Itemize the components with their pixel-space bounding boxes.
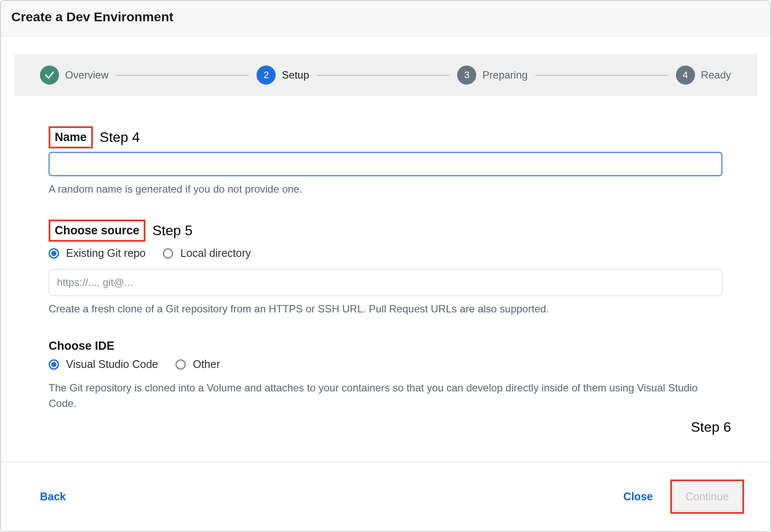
annotation-step6-container: Step 6 [49, 411, 722, 437]
close-button[interactable]: Close [623, 490, 653, 503]
dialog-body: Overview 2 Setup 3 Preparing 4 Ready [1, 37, 770, 531]
source-helper-text: Create a fresh clone of a Git repository… [49, 301, 722, 317]
annotation-box-step4: Name [49, 126, 93, 148]
step-connector [116, 75, 249, 76]
radio-icon [49, 359, 59, 370]
step-number-icon: 4 [676, 66, 695, 85]
radio-icon [175, 359, 186, 370]
step-number-icon: 2 [257, 66, 276, 85]
git-url-input[interactable] [49, 269, 722, 296]
ide-helper-text: The Git repository is cloned into a Volu… [49, 380, 722, 411]
radio-label: Visual Studio Code [66, 358, 158, 371]
step-setup: 2 Setup [257, 66, 309, 85]
choose-ide-section: Choose IDE Visual Studio Code Other The … [49, 339, 722, 411]
choose-source-label-row: Choose source Step 5 [49, 220, 722, 242]
radio-vscode[interactable]: Visual Studio Code [49, 358, 158, 371]
name-label-row: Name Step 4 [49, 126, 722, 148]
radio-icon [163, 248, 173, 259]
radio-other-ide[interactable]: Other [175, 358, 220, 371]
dialog-footer: Back Close Continue [1, 462, 770, 531]
radio-label: Other [193, 358, 220, 371]
annotation-step4: Step 4 [100, 129, 140, 145]
radio-label: Existing Git repo [66, 247, 145, 259]
ide-radio-group: Visual Studio Code Other [49, 358, 722, 371]
step-label: Ready [701, 69, 731, 81]
dialog-title: Create a Dev Environment [11, 10, 760, 24]
source-radio-group: Existing Git repo Local directory [49, 247, 722, 259]
annotation-step5: Step 5 [152, 223, 193, 239]
step-number-icon: 3 [457, 66, 476, 85]
name-helper-text: A random name is generated if you do not… [49, 181, 722, 197]
annotation-box-step5: Choose source [49, 220, 145, 242]
annotation-box-step6: Continue [670, 479, 744, 514]
annotation-step6: Step 6 [691, 419, 731, 435]
step-ready: 4 Ready [676, 66, 731, 85]
step-connector [535, 75, 668, 76]
setup-form: Name Step 4 A random name is generated i… [1, 96, 770, 462]
back-button[interactable]: Back [40, 490, 66, 503]
create-dev-env-dialog: Create a Dev Environment Overview 2 Setu… [0, 0, 771, 532]
step-preparing: 3 Preparing [457, 66, 527, 85]
wizard-stepper: Overview 2 Setup 3 Preparing 4 Ready [14, 54, 757, 96]
checkmark-icon [40, 66, 59, 85]
continue-button[interactable]: Continue [673, 482, 741, 511]
step-label: Overview [65, 69, 109, 81]
radio-icon [49, 248, 59, 259]
choose-ide-label: Choose IDE [49, 339, 722, 353]
name-input[interactable] [49, 152, 722, 176]
step-connector [317, 75, 449, 76]
name-label: Name [50, 128, 91, 147]
radio-label: Local directory [180, 247, 251, 259]
step-label: Preparing [482, 69, 527, 81]
radio-existing-git-repo[interactable]: Existing Git repo [49, 247, 145, 259]
step-overview: Overview [40, 66, 109, 85]
step-label: Setup [282, 69, 309, 81]
choose-source-label: Choose source [50, 221, 144, 240]
footer-right: Close Continue [623, 479, 744, 514]
radio-local-directory[interactable]: Local directory [163, 247, 251, 259]
dialog-header: Create a Dev Environment [1, 1, 770, 37]
